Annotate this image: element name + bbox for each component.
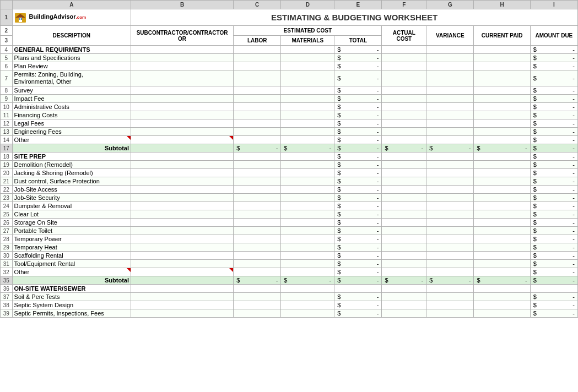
table-row: 9 Impact Fee $- $- bbox=[1, 95, 578, 103]
row-num-4: 4 bbox=[1, 46, 13, 54]
table-row: 4 GENERAL REQUIRMENTS $- $- bbox=[1, 46, 578, 54]
header-estimated-cost: ESTIMATED COST bbox=[234, 26, 382, 36]
table-row: 31 Tool/Equipment Rental $- $- bbox=[1, 260, 578, 268]
table-row: 14 Other $- $- bbox=[1, 136, 578, 144]
svg-rect-4 bbox=[21, 18, 22, 20]
table-row: 38 Septic System Design $- $- bbox=[1, 301, 578, 309]
corner-cell bbox=[1, 1, 13, 9]
header-labor: LABOR bbox=[234, 36, 281, 46]
red-corner-marker-32 bbox=[127, 268, 131, 272]
logo-cell: BuildingAdvisor.com bbox=[12, 9, 131, 26]
table-row: 32 Other $- $- bbox=[1, 268, 578, 276]
row-num-1: 1 bbox=[1, 9, 13, 26]
table-row: 24 Dumpster & Removal $- $- bbox=[1, 202, 578, 210]
subtotal-row-site-prep: 35 Subtotal $- $- $- $- $- $- $- bbox=[1, 276, 578, 285]
table-row: 20 Jacking & Shoring (Remodel) $- $- bbox=[1, 169, 578, 177]
subtotal-row-general: 17 Subtotal $- $- $- $- $- $- $- bbox=[1, 144, 578, 153]
subtotal-label-2: Subtotal bbox=[12, 276, 131, 285]
red-corner-marker-32b bbox=[229, 268, 233, 272]
table-row: 6 Plan Review $- $- bbox=[1, 62, 578, 70]
header-subcontractor: SUBCONTRACTOR/CONTRACTOR OR bbox=[131, 26, 234, 46]
table-row: 39 Septic Permits, Inspections, Fees $- … bbox=[1, 309, 578, 318]
worksheet-title: ESTIMATING & BUDGETING WORKSHEET bbox=[131, 9, 578, 26]
section-general-requirements: GENERAL REQUIRMENTS bbox=[12, 46, 131, 54]
header-total: TOTAL bbox=[334, 36, 382, 46]
table-row: 8 Survey $- $- bbox=[1, 86, 578, 95]
table-row: 26 Storage On Site $- $- bbox=[1, 219, 578, 227]
col-letter-a: A bbox=[12, 1, 131, 9]
table-row: 25 Clear Lot $- $- bbox=[1, 210, 578, 219]
table-row: 30 Scaffolding Rental $- $- bbox=[1, 252, 578, 260]
table-row: 12 Legal Fees $- $- bbox=[1, 119, 578, 128]
logo-text: BuildingAdvisor bbox=[29, 13, 76, 20]
table-row: 5 Plans and Specifications $- $- bbox=[1, 54, 578, 62]
table-row: 19 Demolition (Remodel) $- $- bbox=[1, 161, 578, 169]
red-corner-marker bbox=[127, 136, 131, 140]
logo-suffix: .com bbox=[76, 15, 87, 20]
table-row: 28 Temporary Power $- $- bbox=[1, 235, 578, 243]
col-letter-b: B bbox=[131, 1, 234, 9]
svg-rect-3 bbox=[19, 18, 20, 20]
logo: BuildingAdvisor.com bbox=[14, 13, 87, 20]
section-water-sewer: ON-SITE WATER/SEWER bbox=[12, 285, 131, 293]
header-description: DESCRIPTION bbox=[12, 26, 131, 46]
col-letter-c: C bbox=[234, 1, 281, 9]
row-num-3: 3 bbox=[1, 36, 13, 46]
table-row: 29 Temporary Heat $- $- bbox=[1, 243, 578, 252]
header-materials: MATERIALS bbox=[281, 36, 334, 46]
table-row: 21 Dust control, Surface Protection $- $… bbox=[1, 177, 578, 186]
col-letter-e: E bbox=[334, 1, 382, 9]
header-actual-cost: ACTUALCOST bbox=[382, 26, 426, 46]
table-row: 22 Job-Site Access $- $- bbox=[1, 186, 578, 194]
table-row: 37 Soil & Perc Tests $- $- bbox=[1, 293, 578, 301]
table-row: 23 Job-Site Security $- $- bbox=[1, 194, 578, 202]
table-row: 7 Permits: Zoning, Building,Environmenta… bbox=[1, 70, 578, 86]
table-row: 10 Administrative Costs $- $- bbox=[1, 103, 578, 111]
table-row: 13 Engineering Fees $- $- bbox=[1, 128, 578, 136]
col-letter-i: I bbox=[530, 1, 577, 9]
subtotal-label-1: Subtotal bbox=[12, 144, 131, 153]
section-site-prep: SITE PREP bbox=[12, 153, 131, 161]
logo-icon bbox=[14, 13, 26, 23]
header-variance: VARIANCE bbox=[426, 26, 474, 46]
table-row: 27 Portable Toilet $- $- bbox=[1, 227, 578, 235]
col-letter-d: D bbox=[281, 1, 334, 9]
table-row: 18 SITE PREP $- $- bbox=[1, 153, 578, 161]
header-current-paid: CURRENT PAID bbox=[474, 26, 530, 46]
table-row: 11 Financing Costs $- $- bbox=[1, 111, 578, 119]
table-row: 36 ON-SITE WATER/SEWER bbox=[1, 285, 578, 293]
red-corner-marker-b bbox=[229, 136, 233, 140]
col-letter-g: G bbox=[426, 1, 474, 9]
header-amount-due: AMOUNT DUE bbox=[530, 26, 577, 46]
row-num-2: 2 bbox=[1, 26, 13, 36]
col-letter-h: H bbox=[474, 1, 530, 9]
col-letter-f: F bbox=[382, 1, 426, 9]
